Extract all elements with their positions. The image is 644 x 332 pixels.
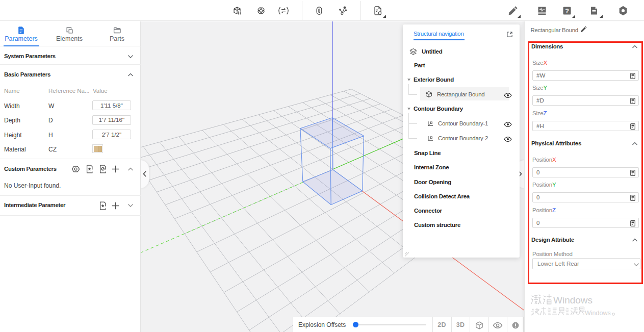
svg-text:?: ? bbox=[565, 7, 569, 14]
svg-text:Windows: Windows bbox=[585, 310, 611, 317]
svg-text:Windows: Windows bbox=[553, 295, 593, 305]
